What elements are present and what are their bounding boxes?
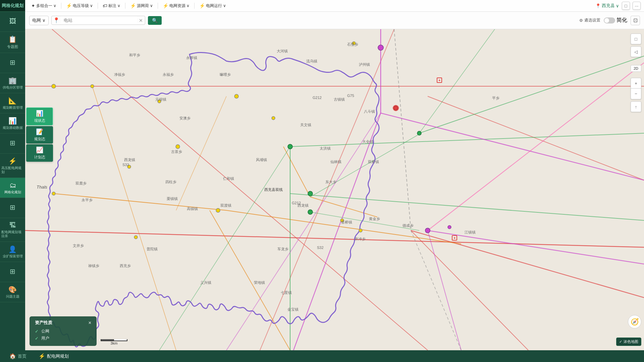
zoom-in-btn[interactable]: +: [631, 78, 641, 89]
sidebar-item-grid2[interactable]: ⊞: [0, 134, 25, 154]
grid4-icon: ⊞: [10, 267, 15, 275]
mark-chevron: ∨: [117, 3, 120, 8]
expand-view-btn[interactable]: □: [631, 34, 641, 44]
svg-point-31: [52, 84, 56, 88]
svg-point-45: [417, 131, 421, 135]
svg-text:S32: S32: [122, 163, 129, 167]
multi-combine-label: 多组合一: [36, 3, 52, 9]
svg-point-36: [216, 208, 220, 212]
voltage-btn[interactable]: ⚡ 电压等级 ∨: [63, 2, 96, 9]
sidebar-item-user-mgmt[interactable]: 👤 业扩报装管理: [0, 242, 25, 262]
mark-btn[interactable]: 🏷 标注 ∨: [100, 2, 123, 9]
legend-title: 资产性质 ×: [35, 320, 91, 326]
expand-map-btn[interactable]: ⊡: [631, 16, 640, 25]
sidebar-item-grid1[interactable]: ⊞: [0, 53, 25, 73]
setting-label: 遴选设置: [584, 17, 600, 23]
search-input[interactable]: [61, 16, 137, 24]
grid-select-chevron: ∨: [42, 18, 46, 23]
svg-line-24: [293, 113, 381, 350]
svg-point-40: [308, 191, 313, 196]
legend-color-btn[interactable]: ✓ 浓色地图: [616, 338, 641, 346]
svg-line-27: [428, 230, 461, 350]
svg-line-6: [411, 230, 528, 350]
home-btn[interactable]: 🏠 首页: [7, 352, 29, 361]
sidebar-item-hv-grid[interactable]: ⚡ 高压配电网规划: [0, 154, 25, 178]
multi-combine-btn[interactable]: ✦ 多组合一 ∨: [29, 2, 59, 9]
float-card-plan-state[interactable]: 📝 规划态: [26, 126, 53, 144]
grid-resource-chevron: ∨: [186, 3, 190, 8]
sidebar-item-grid3[interactable]: ⊞: [0, 198, 25, 218]
mark-icon: 🏷: [103, 3, 107, 8]
grid-ops-btn[interactable]: ⚡ 电网运行 ∨: [197, 2, 229, 9]
sidebar-item-grid4[interactable]: ⊞: [0, 262, 25, 282]
svg-point-50: [52, 192, 55, 195]
svg-line-5: [411, 230, 644, 298]
search-btn[interactable]: 🔍: [148, 16, 162, 25]
location-badge: 📍 西充县 ∨: [595, 3, 619, 9]
2d-label[interactable]: 2D: [631, 65, 641, 72]
svg-point-37: [234, 94, 238, 98]
source-net-btn[interactable]: ⚡ 源网荷 ∨: [127, 2, 156, 9]
legend-item-user: ✓ 用户: [35, 335, 91, 341]
svg-point-51: [134, 236, 138, 239]
location-pin-icon: 📍: [595, 3, 601, 8]
legend-user-label: 用户: [41, 335, 49, 341]
svg-text:G212: G212: [313, 96, 322, 100]
map-controls-right: ⊡: [631, 16, 640, 25]
grid-resource-btn[interactable]: ⚡ 电网资源 ∨: [160, 2, 192, 9]
calc-state-icon: 📈: [36, 146, 43, 154]
dg-plan-label: 配电网规划: [47, 353, 69, 359]
legend-close-btn[interactable]: ×: [89, 320, 91, 325]
sidebar-item-label: 供电分区管理: [3, 86, 23, 90]
grid-select[interactable]: 电网 ∨: [29, 16, 49, 25]
svg-line-30: [411, 230, 461, 350]
zoom-out-btn[interactable]: −: [631, 89, 641, 99]
svg-line-28: [428, 63, 644, 230]
legend-check-user[interactable]: ✓: [35, 336, 39, 341]
sidebar-item-photo[interactable]: 🖼: [0, 12, 25, 32]
grid-select-value: 电网: [32, 17, 41, 23]
sidebar-item-special-map[interactable]: 📋 专题图: [0, 32, 25, 53]
compass[interactable]: 🧭: [628, 315, 641, 328]
sidebar-item-label: 规划基础数据: [3, 126, 23, 130]
grid-resource-icon: ⚡: [163, 3, 168, 8]
legend-color-label: 浓色地图: [624, 339, 638, 344]
scale-label: 3km: [111, 341, 118, 345]
svg-text:✦: ✦: [438, 79, 441, 82]
float-card-calc-state[interactable]: 📈 计划态: [26, 144, 53, 162]
sidebar-item-plan-section[interactable]: 📐 规划断面管理: [0, 93, 25, 113]
svg-line-25: [226, 113, 381, 350]
svg-line-12: [283, 147, 310, 197]
svg-point-43: [352, 42, 356, 45]
topbar-divider-5: [194, 3, 195, 9]
bottombar: 🏠 首页 ⚡ 配电网规划: [0, 350, 644, 362]
sidebar-item-grid-plan[interactable]: 🗂 网格化规划: [0, 178, 25, 198]
simplify-toggle[interactable]: [604, 17, 615, 23]
source-net-label: 源网荷: [137, 3, 149, 9]
svg-line-26: [428, 230, 644, 264]
expand-btn[interactable]: □: [622, 2, 630, 10]
user-mgmt-icon: 👤: [8, 245, 17, 253]
north-btn[interactable]: ↑: [631, 101, 641, 112]
dg-plan-btn[interactable]: ⚡ 配电网规划: [36, 352, 71, 361]
search-clear-btn[interactable]: ✕: [137, 16, 145, 24]
sidebar-item-label: 高压配电网规划: [1, 166, 24, 174]
sidebar-item-dg-project[interactable]: 🏗 配电网规划项目库: [0, 218, 25, 242]
sidebar-item-fault-theme[interactable]: 🎨 问题主题: [0, 282, 25, 302]
home-icon: 🏠: [9, 353, 16, 359]
voltage-label: 电压等级: [73, 3, 89, 9]
simplify-label: 简化: [616, 17, 627, 24]
sidebar-item-label: 网格化规划: [4, 190, 21, 194]
more-btn[interactable]: ···: [633, 2, 641, 10]
map-area[interactable]: ✦ ✦ 西充县双线 G212 G212 G75 S32 S32 和平乡 永寒镇 …: [25, 29, 644, 350]
float-card-current-state[interactable]: 📊 现状态: [26, 107, 53, 125]
topbar-divider-4: [158, 3, 158, 9]
svg-line-18: [310, 133, 421, 197]
sidebar-item-supply-zone[interactable]: 🏢 供电分区管理: [0, 73, 25, 93]
legend-check-public[interactable]: ✓: [35, 329, 39, 334]
multi-combine-icon: ✦: [31, 3, 35, 8]
setting-btn[interactable]: ⚙ 遴选设置: [579, 17, 600, 23]
back-btn[interactable]: ◁: [631, 46, 641, 57]
sidebar-item-plan-data[interactable]: 📊 规划基础数据: [0, 113, 25, 134]
svg-line-19: [419, 56, 644, 133]
